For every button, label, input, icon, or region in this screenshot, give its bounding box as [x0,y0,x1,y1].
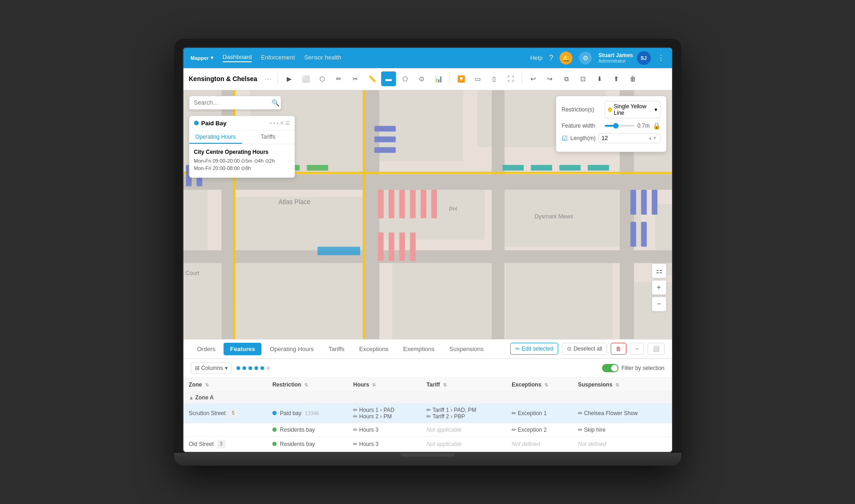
tool-split-h[interactable]: ▭ [470,71,485,86]
suspension-link-2[interactable]: ✏ Skip hire [578,427,666,433]
zone-a-chevron[interactable]: ▲ [189,395,195,400]
tool-undo[interactable]: ↩ [526,71,541,86]
help-label[interactable]: Help [530,54,542,61]
nav-more-icon[interactable]: ⋮ [657,53,665,62]
tab-suspensions[interactable]: Suspensions [443,343,490,355]
svg-rect-52 [641,190,646,215]
cell-suspensions-1: ✏ Chelsea Flower Show [572,403,672,423]
svg-rect-13 [392,253,491,339]
tool-measure[interactable]: 📏 [365,71,379,86]
tool-select[interactable]: ▶ [282,71,296,86]
popup-close-icon[interactable]: ✕ [280,120,284,126]
exception-link-2[interactable]: ✏ Exception 2 [512,427,567,433]
map-container[interactable]: Atlas Place PH Dysmark Mews Ormrod Court… [183,90,672,339]
suspension-link-1[interactable]: ✏ Chelsea Flower Show [578,410,666,416]
dot-6[interactable] [266,366,270,370]
filter-row: ⊞ Columns ▾ Filter by selection [183,359,672,378]
restriction-dropdown[interactable]: Single Yellow Line ▾ [605,101,660,118]
hours-link-4[interactable]: ✏ Hours 3 [353,441,415,447]
settings-button[interactable]: ⚙ [579,52,592,64]
delete-button[interactable]: 🗑 [611,343,626,355]
exception-link-1[interactable]: ✏ Exception 1 [512,410,567,416]
dot-1[interactable] [236,366,240,370]
table-row[interactable]: Scrutton Street 5 Paid bay 12345 ✏ Hours… [183,403,672,423]
zoom-in-button[interactable]: + [652,280,666,295]
width-slider[interactable]: 0.7m 🔒 [605,122,660,129]
dot-4[interactable] [254,366,258,370]
tool-filter[interactable]: 🔽 [454,71,468,86]
hours-link-2[interactable]: ✏ Hours 2 › PM [353,413,415,420]
toolbar-more[interactable]: ⋯ [265,75,272,83]
layers-button[interactable]: ⚏ [652,264,666,278]
restriction-dot-green-2 [272,442,277,446]
nav-dashboard[interactable]: Dashboard [223,53,252,62]
notifications-button[interactable]: 🔔 [560,52,572,64]
length-checkbox[interactable]: ☑ [562,135,568,142]
tool-copy[interactable]: ⧉ [559,71,574,86]
hours-sort-icon[interactable]: ⇅ [372,382,376,387]
hours-link-3[interactable]: ✏ Hours 3 [353,427,415,433]
deselect-all-button[interactable]: ⊙ Deselect all [562,343,607,355]
tool-split-v[interactable]: ▯ [487,71,501,86]
table-row[interactable]: Old Street 3 Residents bay ✏ Hours 3 [183,436,672,451]
tool-pencil[interactable]: ✏ [331,71,346,86]
columns-button[interactable]: ⊞ Columns ▾ [191,363,232,374]
col-restriction: Restriction ⇅ [267,378,348,392]
tool-polygon-select[interactable]: ⬡ [315,71,330,86]
popup-tab-operating-hours[interactable]: Operating Hours [189,131,242,144]
tool-merge[interactable]: ⛶ [503,71,518,86]
map-controls: ⚏ + − [652,264,666,311]
nav-sensor-health[interactable]: Sensor health [304,54,341,62]
tab-operating-hours[interactable]: Operating Hours [263,343,320,355]
tool-download[interactable]: ⬇ [592,71,607,86]
columns-label: Columns [201,365,223,371]
table-row[interactable]: Residents bay ✏ Hours 3 Not applicable ✏… [183,423,672,436]
dot-3[interactable] [248,366,252,370]
tool-histogram[interactable]: 📊 [431,71,446,86]
lock-icon[interactable]: 🔒 [653,122,660,129]
popup-actions: • • • ✕ ☰ [270,120,290,126]
popup-tab-tariffs[interactable]: Tariffs [242,131,295,144]
exceptions-sort-icon[interactable]: ⇅ [544,382,548,387]
tool-rect-select[interactable]: ⬜ [298,71,313,86]
table-wrapper[interactable]: Zone ⇅ Restriction ⇅ Hours ⇅ [183,378,672,452]
tool-edit-node[interactable]: ✂ [348,71,363,86]
edit-selected-button[interactable]: ✏ Edit selected [510,343,559,355]
expand-button[interactable]: ⬜ [648,343,665,355]
tool-redo[interactable]: ↪ [542,71,557,86]
tool-upload[interactable]: ⬆ [609,71,624,86]
hours-link-1[interactable]: ✏ Hours 1 › PAD [353,407,415,413]
tool-paste[interactable]: ⊡ [576,71,590,86]
tool-delete-toolbar[interactable]: 🗑 [625,71,640,86]
tab-exceptions[interactable]: Exceptions [353,343,395,355]
tool-circle[interactable]: ⊙ [414,71,429,86]
search-input[interactable] [194,99,271,106]
length-input[interactable]: 12 ▲▼ [598,133,660,143]
tab-exemptions[interactable]: Exemptions [397,343,441,355]
tab-tariffs[interactable]: Tariffs [322,343,351,355]
tab-features[interactable]: Features [224,343,261,355]
dot-2[interactable] [242,366,246,370]
nav-enforcement[interactable]: Enforcement [261,54,295,62]
dot-5[interactable] [260,366,264,370]
nav-right: Help ? 🔔 ⚙ Stuart James Administrator SJ… [530,51,664,65]
tool-rect-draw[interactable]: ▬ [381,71,396,86]
filter-toggle-switch[interactable] [602,364,619,372]
zoom-out-button[interactable]: − [652,297,666,311]
tool-polygon[interactable]: ⬠ [398,71,413,86]
minimize-button[interactable]: − [630,343,643,355]
suspensions-sort-icon[interactable]: ⇅ [615,382,619,387]
restriction-dot-blue [272,411,277,415]
tariff-link-2[interactable]: ✏ Tariff 2 › PBP [426,413,501,420]
tariff-link-1[interactable]: ✏ Tariff 1 › PAD, PM [426,407,501,413]
zone-sort-icon[interactable]: ⇅ [205,382,209,387]
nav-brand[interactable]: Mapper ▾ [191,55,213,61]
popup-menu-dots[interactable]: • • • [270,120,278,126]
restriction-sort-icon[interactable]: ⇅ [304,382,308,387]
tab-orders[interactable]: Orders [191,343,222,355]
svg-rect-36 [307,165,328,170]
popup-list-icon[interactable]: ☰ [285,120,290,126]
tariff-sort-icon[interactable]: ⇅ [443,382,447,387]
user-avatar[interactable]: SJ [637,51,651,65]
col-tariff: Tariff ⇅ [421,378,506,392]
